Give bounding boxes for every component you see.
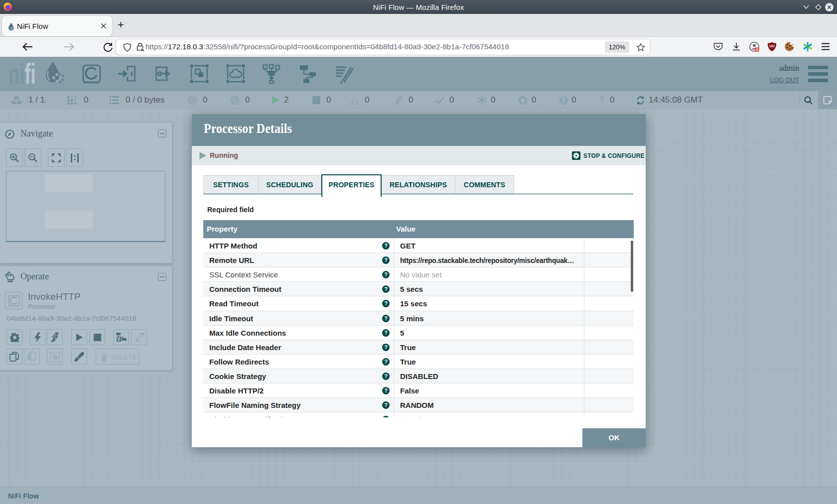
svg-text:UO: UO	[769, 44, 775, 48]
